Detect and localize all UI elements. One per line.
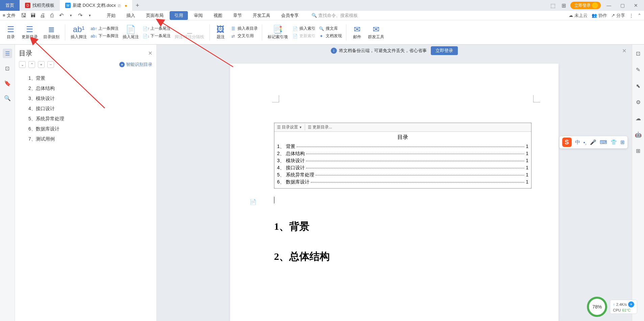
toc-entry[interactable]: 3、模块设计1	[277, 157, 528, 164]
tab-start[interactable]: 开始	[102, 11, 120, 20]
insert-endnote-button[interactable]: 📄 插入尾注	[121, 24, 140, 41]
page[interactable]: 📄 ☰目录设置▼ ☰更新目录... 目录 1、背景1 2、总体结构1 3、模块设…	[230, 64, 559, 321]
toc-entry[interactable]: 2、总体结构1	[277, 150, 528, 157]
toc-update-button[interactable]: ☰更新目录...	[306, 124, 333, 130]
toc-entry[interactable]: 6、数据库设计1	[277, 178, 528, 186]
save-icon[interactable]: 🖫	[20, 11, 28, 20]
toc-button[interactable]: ☰ 目录	[4, 24, 18, 41]
close-outline-button[interactable]: ✕	[148, 50, 152, 56]
select-icon[interactable]: ⬉	[634, 81, 643, 91]
ime-mic-icon[interactable]: 🎤	[590, 139, 596, 145]
next-endnote-button[interactable]: 📄↓下一条尾注	[143, 33, 171, 39]
mark-index-button[interactable]: 📑 标记索引项	[266, 24, 289, 41]
toc-field[interactable]: ☰目录设置▼ ☰更新目录... 目录 1、背景1 2、总体结构1 3、模块设计1…	[274, 123, 531, 189]
undo-icon[interactable]: ↶	[57, 11, 66, 20]
collab-button[interactable]: 👥 协作	[592, 13, 607, 19]
preview-icon[interactable]: ⎙	[48, 11, 56, 20]
settings-icon[interactable]: ⚙	[634, 97, 643, 107]
tab-view[interactable]: 视图	[209, 11, 227, 20]
minimize-button[interactable]: —	[603, 1, 614, 9]
caption-button[interactable]: 🖼 题注	[214, 24, 227, 41]
share-button[interactable]: ↗ 分享	[611, 13, 625, 19]
outline-item[interactable]: 7、测试用例	[19, 134, 152, 144]
save-as-icon[interactable]: 🖬	[29, 11, 37, 20]
outline-item[interactable]: 3、模块设计	[19, 94, 152, 104]
prev-endnote-button[interactable]: 📄↑上一条尾注	[143, 26, 171, 32]
close-button[interactable]: ✕	[630, 1, 641, 9]
ime-skin-icon[interactable]: 👕	[611, 139, 617, 145]
sogou-logo-icon[interactable]: S	[562, 138, 572, 147]
toc-entry[interactable]: 1、背景1	[277, 143, 528, 150]
outline-rail-button[interactable]: ☰	[3, 49, 12, 58]
bookmark-rail-button[interactable]: 🔖	[3, 78, 12, 88]
next-footnote-button[interactable]: ab↓下一条脚注	[91, 33, 119, 39]
file-menu[interactable]: ≡ 文件	[3, 13, 16, 19]
search-docs-button[interactable]: 🔍搜文库	[318, 26, 342, 32]
tab-page-layout[interactable]: 页面布局	[141, 11, 168, 20]
cloud-close-button[interactable]: ✕	[622, 48, 626, 54]
layout-icon[interactable]: ⬚	[549, 1, 557, 9]
doc-discover-button[interactable]: ✦文档发现	[318, 33, 342, 39]
tab-home[interactable]: 首页	[0, 0, 20, 11]
outline-item[interactable]: 1、背景	[19, 73, 152, 83]
tab-references[interactable]: 引用	[170, 11, 188, 20]
ime-punct-icon[interactable]: •,	[584, 140, 587, 145]
expand-all-button[interactable]: ⌄	[19, 61, 26, 68]
add-widget-button[interactable]: +	[628, 301, 634, 307]
find-rail-button[interactable]: 🔍	[3, 93, 12, 103]
prev-footnote-button[interactable]: ab↑上一条脚注	[91, 26, 119, 32]
cloud-status[interactable]: ☁ 未上云	[569, 13, 588, 19]
maximize-button[interactable]: ▢	[617, 1, 628, 9]
new-tab-button[interactable]: +	[132, 2, 143, 9]
smart-toc-button[interactable]: ✦ 智能识别目录	[119, 61, 152, 68]
monitor-icon[interactable]: ⎚	[118, 3, 123, 8]
insert-footnote-button[interactable]: ab¹ 插入脚注	[69, 24, 88, 41]
tab-member[interactable]: 会员专享	[276, 11, 303, 20]
update-toc-button[interactable]: ☰ 更新目录	[20, 24, 39, 41]
thumbnails-rail-button[interactable]: ⊡	[3, 64, 12, 73]
add-section-button[interactable]: +	[38, 61, 45, 68]
ime-toolbar[interactable]: S 中 •, 🎤 ⌨ 👕 ⊞	[559, 136, 628, 149]
tab-insert[interactable]: 插入	[122, 11, 140, 20]
heading-2[interactable]: 2、总体结构	[274, 250, 548, 264]
system-monitor[interactable]: 78% ↑ 2.4K/s + CPU 61°C	[587, 297, 637, 317]
apps-icon[interactable]: ⊞	[560, 1, 568, 9]
insert-index-button[interactable]: 📄插入索引	[292, 26, 316, 32]
toc-entry[interactable]: 4、接口设计1	[277, 164, 528, 171]
paragraph-icon[interactable]: 📄	[250, 199, 256, 205]
redo-dropdown-icon[interactable]: ▼	[86, 11, 94, 20]
document-scroll[interactable]: 📄 ☰目录设置▼ ☰更新目录... 目录 1、背景1 2、总体结构1 3、模块设…	[157, 57, 632, 321]
cloud-login-button[interactable]: 立即登录	[431, 46, 458, 55]
redo-icon[interactable]: ↷	[76, 11, 84, 20]
collapse-all-button[interactable]: ⌃	[28, 61, 35, 68]
tab-chapter[interactable]: 章节	[228, 11, 247, 20]
insert-fig-toc-button[interactable]: ☰插入表目录	[230, 26, 258, 32]
ime-toolbox-icon[interactable]: ⊞	[620, 139, 625, 145]
ime-lang[interactable]: 中	[575, 139, 580, 146]
outline-item[interactable]: 5、系统异常处理	[19, 114, 152, 124]
tab-document[interactable]: W 新建 DOCX 文档.docx ⎚ ●	[60, 0, 132, 11]
outline-item[interactable]: 6、数据库设计	[19, 124, 152, 134]
print-icon[interactable]: 🖨	[39, 11, 47, 20]
update-index-button[interactable]: 📄更新索引	[292, 33, 316, 39]
edit-icon[interactable]: ✎	[634, 65, 643, 74]
toc-level-button[interactable]: ≣ 目录级别	[42, 24, 61, 41]
tab-review[interactable]: 审阅	[189, 11, 207, 20]
toc-settings-button[interactable]: ☰目录设置▼	[276, 124, 303, 130]
login-button[interactable]: 立即登录	[570, 2, 601, 9]
command-search[interactable]: 🔍 查找命令、搜索模板	[312, 13, 358, 19]
tab-template[interactable]: D 找稻壳模板	[20, 0, 60, 11]
remove-section-button[interactable]: −	[47, 61, 54, 68]
memory-ring[interactable]: 78%	[587, 297, 607, 317]
more-icon[interactable]: ⋮	[629, 13, 634, 18]
cross-ref-button[interactable]: ⇄交叉引用	[230, 33, 258, 39]
undo-dropdown-icon[interactable]: ▼	[67, 11, 75, 20]
outline-item[interactable]: 2、总体结构	[19, 83, 152, 94]
collapse-ribbon-icon[interactable]: ⌃	[638, 13, 641, 18]
thumbnails-icon[interactable]: ⊡	[634, 49, 643, 58]
grid-icon[interactable]: ⊞	[634, 146, 643, 155]
cloud-icon[interactable]: ☁	[634, 114, 643, 123]
robot-icon[interactable]: 🤖	[634, 130, 643, 139]
mass-tools-button[interactable]: ✉ 群发工具	[367, 24, 386, 41]
toc-entry[interactable]: 5、系统异常处理1	[277, 171, 528, 178]
